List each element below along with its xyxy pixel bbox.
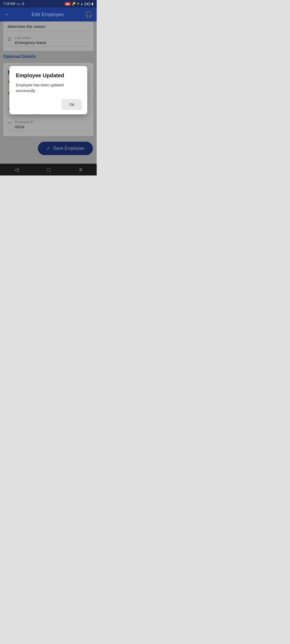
dialog-message: Employee has been updated successully. <box>16 82 82 94</box>
bluetooth-icon: ✳ <box>77 2 79 6</box>
battery-icon: ▮ <box>92 2 93 6</box>
page-title: Edit Employee <box>32 12 64 17</box>
video-icon: ▭ <box>17 2 20 6</box>
status-right: ●▶ 🔑 ✳ ▲ ((●)) ▮ <box>65 2 93 6</box>
signal-icon: ▲ <box>81 2 83 5</box>
employee-updated-dialog: Employee Updated Employee has been updat… <box>9 66 87 114</box>
nav-menu-icon[interactable]: ≡ <box>79 167 82 173</box>
back-button[interactable]: ← <box>4 11 10 18</box>
nav-back-icon[interactable]: ◁ <box>15 166 19 173</box>
key-icon: 🔑 <box>72 2 76 6</box>
dialog-actions: Ok <box>16 99 82 110</box>
nav-home-icon[interactable]: □ <box>47 167 50 173</box>
status-left: 7:18 AM ▭ ↺ <box>3 2 24 6</box>
dialog-title: Employee Updated <box>16 72 82 79</box>
menu-icon[interactable]: 🎧 <box>85 11 92 18</box>
app-bar: ← Edit Employee 🎧 <box>0 8 97 21</box>
nav-bar: ◁ □ ≡ <box>0 164 97 175</box>
ok-button[interactable]: Ok <box>61 99 82 110</box>
status-bar: 7:18 AM ▭ ↺ ●▶ 🔑 ✳ ▲ ((●)) ▮ <box>0 0 97 8</box>
time-display: 7:18 AM <box>3 2 15 6</box>
record-icon: ●▶ <box>65 2 71 6</box>
content-area: determine the reason ☰ Late notice Emerg… <box>0 21 97 164</box>
wifi-icon: ((●)) <box>84 2 90 6</box>
rotate-icon: ↺ <box>21 2 24 6</box>
